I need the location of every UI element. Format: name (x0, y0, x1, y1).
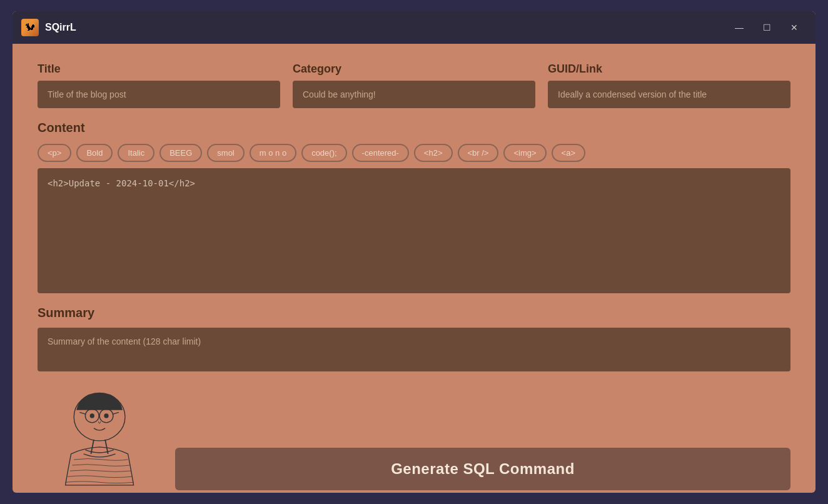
toolbar-btn-code[interactable]: code(); (301, 144, 346, 162)
title-label: Title (38, 63, 280, 76)
content-textarea[interactable]: <h2>Update - 2024-10-01</h2> (38, 168, 790, 293)
mascot-area (38, 390, 163, 490)
content-section: Content <p> Bold Italic BEEG smol m o n … (38, 121, 790, 293)
toolbar-btn-p[interactable]: <p> (38, 144, 71, 162)
titlebar: 🐿 SQirrL — ☐ ✕ (13, 11, 815, 44)
main-window: 🐿 SQirrL — ☐ ✕ Title Category GUID/Link (13, 11, 815, 493)
content-area: Title Category GUID/Link Content <p> Bol… (13, 44, 815, 493)
guid-input[interactable] (548, 81, 790, 108)
app-title: SQirrL (45, 22, 727, 33)
maximize-button[interactable]: ☐ (754, 16, 779, 39)
title-field-group: Title (38, 63, 280, 108)
summary-label: Summary (38, 306, 790, 320)
guid-label: GUID/Link (548, 63, 790, 76)
category-label: Category (293, 63, 535, 76)
summary-textarea[interactable] (38, 328, 790, 371)
app-logo: 🐿 (21, 19, 39, 36)
svg-point-4 (104, 413, 108, 418)
minimize-button[interactable]: — (727, 16, 752, 39)
category-field-group: Category (293, 63, 535, 108)
category-input[interactable] (293, 81, 535, 108)
toolbar-btn-bold[interactable]: Bold (76, 144, 113, 162)
toolbar-btn-br[interactable]: <br /> (458, 144, 499, 162)
summary-section: Summary (38, 306, 790, 371)
title-input[interactable] (38, 81, 280, 108)
guid-field-group: GUID/Link (548, 63, 790, 108)
toolbar-btn-a[interactable]: <a> (552, 144, 585, 162)
toolbar-btn-img[interactable]: <img> (503, 144, 546, 162)
svg-line-7 (113, 412, 119, 414)
toolbar-btn-centered[interactable]: -centered- (352, 144, 409, 162)
content-toolbar: <p> Bold Italic BEEG smol m o n o code()… (38, 144, 790, 162)
toolbar-btn-h2[interactable]: <h2> (414, 144, 453, 162)
mascot-illustration (38, 390, 156, 490)
bottom-area: Generate SQL Command (38, 390, 790, 490)
toolbar-btn-italic[interactable]: Italic (118, 144, 154, 162)
toolbar-btn-mono[interactable]: m o n o (250, 144, 296, 162)
generate-sql-button[interactable]: Generate SQL Command (175, 448, 790, 490)
toolbar-btn-beeg[interactable]: BEEG (159, 144, 202, 162)
content-label: Content (38, 121, 790, 135)
toolbar-btn-smol[interactable]: smol (207, 144, 244, 162)
window-controls: — ☐ ✕ (727, 16, 807, 39)
close-button[interactable]: ✕ (782, 16, 807, 39)
top-fields-row: Title Category GUID/Link (38, 63, 790, 108)
svg-line-6 (79, 412, 85, 414)
svg-point-3 (90, 413, 94, 418)
